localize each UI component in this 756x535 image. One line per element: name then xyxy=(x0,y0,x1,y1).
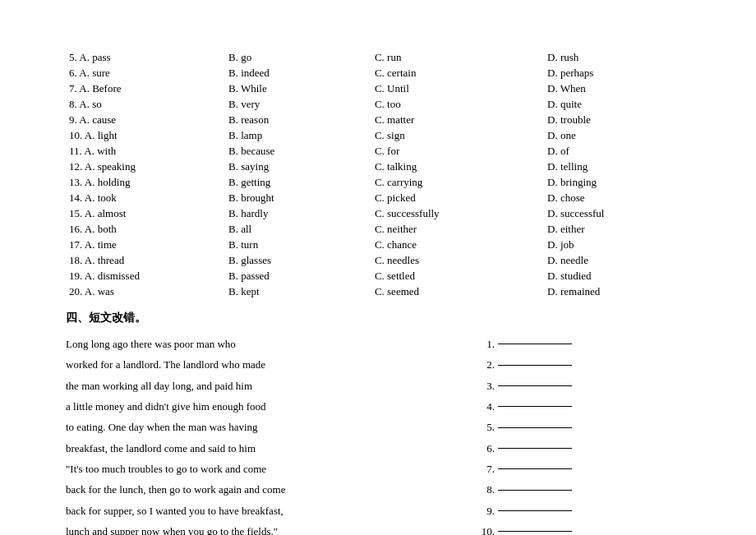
mcq-cell: C. certain xyxy=(371,65,544,81)
answer-blank xyxy=(498,406,572,407)
mcq-row: 19. A. dismissedB. passedC. settledD. st… xyxy=(66,268,690,284)
mcq-cell: D. trouble xyxy=(544,112,690,127)
answer-line-item: 2. xyxy=(477,354,633,375)
answer-line-item: 5. xyxy=(477,417,633,437)
passage-line: the man working all day long, and paid h… xyxy=(66,376,468,396)
mcq-row: 8. A. soB. veryC. tooD. quite xyxy=(66,96,690,112)
answer-line-item: 1. xyxy=(477,334,633,354)
mcq-cell: B. glasses xyxy=(225,252,371,268)
passage-line: back for the lunch, then go to work agai… xyxy=(66,479,468,500)
answer-blank xyxy=(498,510,572,511)
mcq-row: 14. A. tookB. broughtC. pickedD. chose xyxy=(66,190,690,205)
answer-number: 6. xyxy=(477,438,495,459)
answer-line-item: 8. xyxy=(477,479,633,500)
mcq-row: 11. A. withB. becauseC. forD. of xyxy=(66,143,690,159)
answer-blank xyxy=(498,468,572,469)
mcq-cell: C. successfully xyxy=(371,205,544,221)
mcq-cell: D. perhaps xyxy=(544,65,690,81)
mcq-row: 10. A. lightB. lampC. signD. one xyxy=(66,127,690,143)
passage-line: a little money and didn't give him enoug… xyxy=(66,396,468,417)
mcq-cell: 18. A. thread xyxy=(66,252,225,268)
mcq-cell: 7. A. Before xyxy=(66,81,225,96)
mcq-row: 17. A. timeB. turnC. chanceD. job xyxy=(66,237,690,252)
mcq-cell: 12. A. speaking xyxy=(66,159,225,174)
mcq-cell: 20. A. was xyxy=(66,284,225,299)
passage-line: "It's too much troubles to go to work an… xyxy=(66,459,468,479)
mcq-row: 20. A. wasB. keptC. seemedD. remained xyxy=(66,284,690,299)
mcq-cell: B. saying xyxy=(225,159,371,174)
mcq-cell: B. getting xyxy=(225,174,371,190)
answer-blank xyxy=(498,365,572,366)
answer-lines: 1.2.3.4.5.6.7.8.9.10. xyxy=(468,334,633,535)
answer-number: 8. xyxy=(477,479,495,500)
mcq-cell: 11. A. with xyxy=(66,143,225,159)
mcq-cell: B. because xyxy=(225,143,371,159)
answer-blank xyxy=(498,427,572,428)
passage-line: Long long ago there was poor man who xyxy=(66,334,468,354)
mcq-cell: 10. A. light xyxy=(66,127,225,143)
mcq-cell: B. turn xyxy=(225,237,371,252)
mcq-cell: B. While xyxy=(225,81,371,96)
answer-line-item: 10. xyxy=(477,521,633,535)
mcq-row: 13. A. holdingB. gettingC. carryingD. br… xyxy=(66,174,690,190)
mcq-cell: B. all xyxy=(225,221,371,237)
mcq-cell: 13. A. holding xyxy=(66,174,225,190)
mcq-cell: D. needle xyxy=(544,252,690,268)
answer-number: 2. xyxy=(477,354,495,375)
mcq-cell: 15. A. almost xyxy=(66,205,225,221)
mcq-cell: D. successful xyxy=(544,205,690,221)
mcq-cell: B. hardly xyxy=(225,205,371,221)
answer-blank xyxy=(498,344,572,344)
answer-number: 3. xyxy=(477,376,495,396)
answer-number: 4. xyxy=(477,396,495,417)
mcq-cell: D. of xyxy=(544,143,690,159)
mcq-cell: B. passed xyxy=(225,268,371,284)
mcq-cell: 6. A. sure xyxy=(66,65,225,81)
mcq-cell: B. very xyxy=(225,96,371,112)
mcq-row: 18. A. threadB. glassesC. needlesD. need… xyxy=(66,252,690,268)
answer-blank xyxy=(498,385,572,386)
mcq-cell: B. lamp xyxy=(225,127,371,143)
mcq-cell: B. reason xyxy=(225,112,371,127)
mcq-cell: 14. A. took xyxy=(66,190,225,205)
mcq-cell: D. remained xyxy=(544,284,690,299)
answer-blank xyxy=(498,531,572,532)
mcq-row: 6. A. sureB. indeedC. certainD. perhaps xyxy=(66,65,690,81)
mcq-cell: C. Until xyxy=(371,81,544,96)
passage-lines: Long long ago there was poor man whowork… xyxy=(66,334,468,535)
passage-line: breakfast, the landlord come and said to… xyxy=(66,438,468,459)
mcq-cell: D. When xyxy=(544,81,690,96)
mcq-cell: C. sign xyxy=(371,127,544,143)
mcq-cell: B. brought xyxy=(225,190,371,205)
mcq-cell: C. for xyxy=(371,143,544,159)
mcq-cell: D. telling xyxy=(544,159,690,174)
mcq-cell: D. bringing xyxy=(544,174,690,190)
answer-number: 5. xyxy=(477,417,495,437)
mcq-cell: B. indeed xyxy=(225,65,371,81)
mcq-row: 16. A. bothB. allC. neitherD. either xyxy=(66,221,690,237)
mcq-cell: 9. A. cause xyxy=(66,112,225,127)
answer-line-item: 6. xyxy=(477,438,633,459)
passage-line: lunch and supper now when you go to the … xyxy=(66,521,468,535)
mcq-cell: 5. A. pass xyxy=(66,49,225,65)
answer-number: 1. xyxy=(477,334,495,354)
passage-line: to eating. One day when the man was havi… xyxy=(66,417,468,437)
answer-line-item: 7. xyxy=(477,459,633,479)
answer-blank xyxy=(498,490,572,491)
answer-line-item: 3. xyxy=(477,376,633,396)
mcq-cell: D. rush xyxy=(544,49,690,65)
mcq-cell: 8. A. so xyxy=(66,96,225,112)
passage-line: back for supper, so I wanted you to have… xyxy=(66,500,468,521)
mcq-cell: D. chose xyxy=(544,190,690,205)
mcq-row: 5. A. passB. goC. runD. rush xyxy=(66,49,690,65)
answer-number: 9. xyxy=(477,500,495,521)
mcq-cell: C. too xyxy=(371,96,544,112)
mcq-cell: B. kept xyxy=(225,284,371,299)
answer-number: 7. xyxy=(477,459,495,479)
mcq-cell: 16. A. both xyxy=(66,221,225,237)
mcq-cell: C. matter xyxy=(371,112,544,127)
answer-line-item: 4. xyxy=(477,396,633,417)
mcq-cell: C. settled xyxy=(371,268,544,284)
mcq-row: 12. A. speakingB. sayingC. talkingD. tel… xyxy=(66,159,690,174)
answer-blank xyxy=(498,448,572,449)
